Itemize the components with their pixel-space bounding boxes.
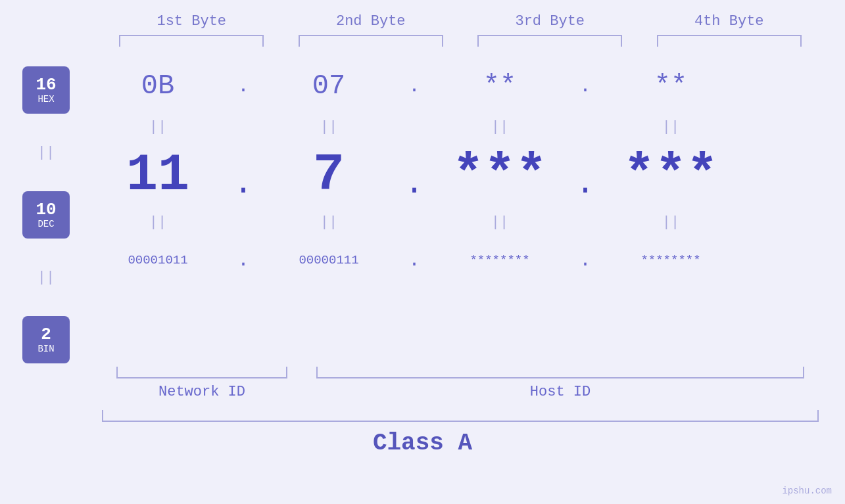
network-id-bracket bbox=[116, 367, 287, 378]
bin-byte4: ******** bbox=[598, 237, 743, 283]
eq2-byte1: || bbox=[85, 208, 230, 237]
bracket-byte4 bbox=[657, 35, 802, 47]
id-labels-row: Network ID Host ID bbox=[102, 384, 819, 400]
eq1-byte1: || bbox=[85, 112, 230, 142]
bracket-byte3 bbox=[477, 35, 622, 47]
main-content-area: 16 HEX || 10 DEC || 2 BIN 0B . 07 . ** .… bbox=[0, 60, 845, 363]
bin-byte2: 00000111 bbox=[256, 237, 401, 283]
bin-byte1: 00001011 bbox=[85, 237, 230, 283]
dec-byte4: *** bbox=[598, 142, 743, 208]
bin-badge-label: BIN bbox=[37, 344, 54, 354]
eq2-byte4: || bbox=[598, 208, 743, 237]
host-id-label: Host ID bbox=[316, 384, 804, 400]
hex-badge-label: HEX bbox=[37, 94, 54, 104]
eq1-dot1-spacer bbox=[230, 112, 256, 142]
dec-byte1: 11 bbox=[85, 142, 230, 208]
watermark: ipshu.com bbox=[782, 486, 832, 496]
hex-byte3: ** bbox=[427, 60, 572, 112]
badges-column: 16 HEX || 10 DEC || 2 BIN bbox=[0, 66, 85, 363]
eq1-byte4: || bbox=[598, 112, 743, 142]
hex-dot3: . bbox=[572, 60, 598, 112]
eq2-dot3-spacer bbox=[572, 208, 598, 237]
dec-dot2: . bbox=[401, 142, 427, 208]
hex-badge-number: 16 bbox=[36, 76, 56, 95]
dec-dot1: . bbox=[230, 142, 256, 208]
class-bracket-row bbox=[0, 410, 845, 422]
bin-dot3: . bbox=[572, 237, 598, 283]
bin-badge: 2 BIN bbox=[22, 316, 70, 363]
hex-dot2: . bbox=[401, 60, 427, 112]
byte-header-4: 4th Byte bbox=[657, 13, 802, 30]
hex-byte2: 07 bbox=[256, 60, 401, 112]
dec-badge-number: 10 bbox=[36, 200, 56, 219]
network-id-label: Network ID bbox=[116, 384, 287, 400]
bracket-byte1 bbox=[119, 35, 264, 47]
dec-badge: 10 DEC bbox=[22, 191, 70, 239]
eq2-dot2-spacer bbox=[401, 208, 427, 237]
byte-header-3: 3rd Byte bbox=[477, 13, 622, 30]
dec-badge-label: DEC bbox=[37, 219, 54, 229]
class-bracket bbox=[102, 410, 819, 422]
bracket-byte2 bbox=[299, 35, 443, 47]
eq2-byte3: || bbox=[427, 208, 572, 237]
hex-badge: 16 HEX bbox=[22, 66, 70, 114]
byte-header-1: 1st Byte bbox=[119, 13, 264, 30]
hex-dot1: . bbox=[230, 60, 256, 112]
dec-bin-spacer: || bbox=[37, 239, 55, 316]
class-label-row: Class A bbox=[0, 430, 845, 457]
top-brackets bbox=[0, 35, 845, 47]
main-container: 1st Byte 2nd Byte 3rd Byte 4th Byte 16 H… bbox=[0, 0, 845, 504]
hex-byte4: ** bbox=[598, 60, 743, 112]
values-grid: 0B . 07 . ** . ** || || || || 11 . 7 . *… bbox=[85, 60, 845, 283]
dec-dot3: . bbox=[572, 142, 598, 208]
dec-byte3: *** bbox=[427, 142, 572, 208]
eq1-byte2: || bbox=[256, 112, 401, 142]
class-label: Class A bbox=[373, 430, 472, 457]
eq1-byte3: || bbox=[427, 112, 572, 142]
eq1-dot3-spacer bbox=[572, 112, 598, 142]
eq1-dot2-spacer bbox=[401, 112, 427, 142]
byte-header-2: 2nd Byte bbox=[299, 13, 443, 30]
dec-byte2: 7 bbox=[256, 142, 401, 208]
bin-dot1: . bbox=[230, 237, 256, 283]
hex-byte1: 0B bbox=[85, 60, 230, 112]
bottom-brackets-row bbox=[102, 367, 819, 378]
bottom-labels-area: Network ID Host ID bbox=[0, 367, 845, 400]
eq2-dot1-spacer bbox=[230, 208, 256, 237]
eq2-byte2: || bbox=[256, 208, 401, 237]
bin-byte3: ******** bbox=[427, 237, 572, 283]
host-id-bracket bbox=[316, 367, 804, 378]
bin-dot2: . bbox=[401, 237, 427, 283]
bin-badge-number: 2 bbox=[41, 325, 51, 344]
byte-headers-row: 1st Byte 2nd Byte 3rd Byte 4th Byte bbox=[0, 13, 845, 30]
hex-dec-spacer: || bbox=[37, 114, 55, 191]
